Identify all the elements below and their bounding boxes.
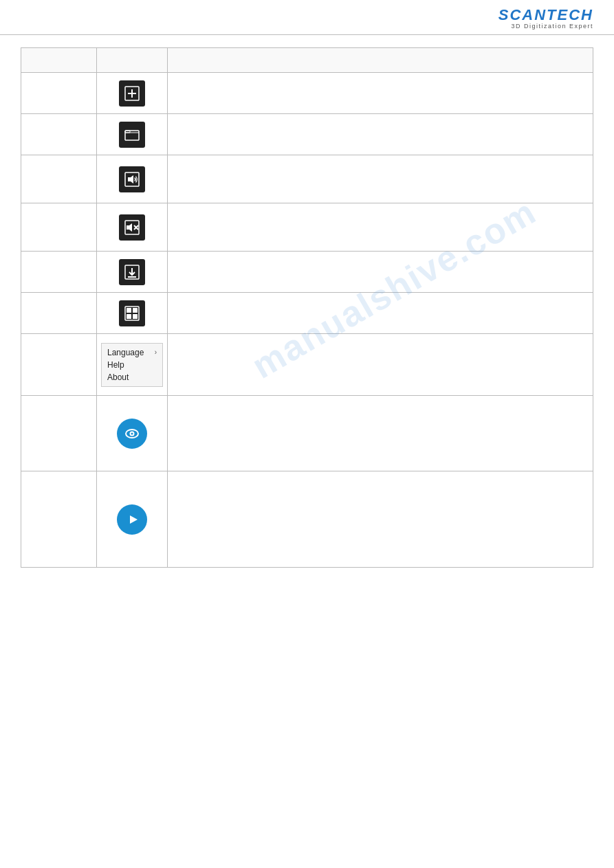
layout-icon[interactable] [119,300,145,326]
logo-title: SCANTECH [498,7,593,23]
col-header-icon [97,48,168,73]
table-row: Language › Help About [21,334,593,396]
row-layout-icon-cell [97,293,168,334]
table-row [21,471,593,568]
sound-icon[interactable] [119,166,145,192]
menu-item-about[interactable]: About [102,371,162,383]
table-row [21,252,593,293]
row-open-project-icon-cell [97,114,168,155]
export-icon[interactable] [119,259,145,285]
row-preview-icon-cell [97,396,168,471]
row-scan-icon-cell [97,471,168,568]
chevron-right-icon: › [155,348,157,356]
row-layout-desc [168,293,593,334]
menu-item-help[interactable]: Help [102,359,162,371]
row-new-project-icon-cell [97,73,168,114]
row-new-project-label [21,73,97,114]
table-row [21,114,593,155]
row-sound-desc [168,155,593,203]
row-export-desc [168,252,593,293]
table-row [21,73,593,114]
row-open-project-label [21,114,97,155]
table-row [21,203,593,252]
row-new-project-desc [168,73,593,114]
svg-marker-22 [130,515,138,524]
row-settings-label [21,334,97,396]
mute-icon[interactable] [119,214,145,241]
logo-tech: TECH [547,6,593,23]
row-scan-label [21,471,97,568]
row-export-icon-cell [97,252,168,293]
settings-dropdown[interactable]: Language › Help About [101,343,163,387]
logo: SCANTECH 3D Digitization Expert [498,7,593,30]
row-mute-icon-cell [97,203,168,252]
svg-rect-3 [125,131,139,140]
main-content: Language › Help About [0,35,614,588]
logo-scan: SCAN [498,6,547,23]
col-header-label [21,48,97,73]
row-layout-label [21,293,97,334]
preview-icon[interactable] [117,419,147,449]
page-header: SCANTECH 3D Digitization Expert [0,0,614,35]
table-row [21,293,593,334]
logo-subtitle: 3D Digitization Expert [498,23,593,30]
row-sound-label [21,155,97,203]
svg-rect-15 [127,308,131,313]
svg-rect-17 [127,314,131,319]
row-mute-desc [168,203,593,252]
menu-item-language-label: Language [107,348,144,357]
row-export-label [21,252,97,293]
menu-item-about-label: About [107,372,129,382]
svg-marker-6 [128,175,133,183]
scan-play-icon[interactable] [117,504,147,535]
row-open-project-desc [168,114,593,155]
table-row [21,155,593,203]
row-settings-desc [168,334,593,396]
col-header-desc [168,48,593,73]
row-settings-menu-cell: Language › Help About [97,334,168,396]
new-project-icon[interactable] [119,80,145,107]
svg-rect-4 [125,131,130,133]
menu-item-help-label: Help [107,360,124,370]
row-mute-label [21,203,97,252]
svg-marker-8 [127,223,132,232]
svg-rect-18 [133,314,138,319]
table-header-row [21,48,593,73]
table-row [21,396,593,471]
open-project-icon[interactable] [119,122,145,148]
menu-item-language[interactable]: Language › [102,346,162,359]
icon-reference-table: Language › Help About [21,47,593,568]
svg-point-21 [131,432,133,434]
row-scan-desc [168,471,593,568]
row-sound-icon-cell [97,155,168,203]
svg-rect-16 [133,308,138,313]
row-preview-label [21,396,97,471]
row-preview-desc [168,396,593,471]
